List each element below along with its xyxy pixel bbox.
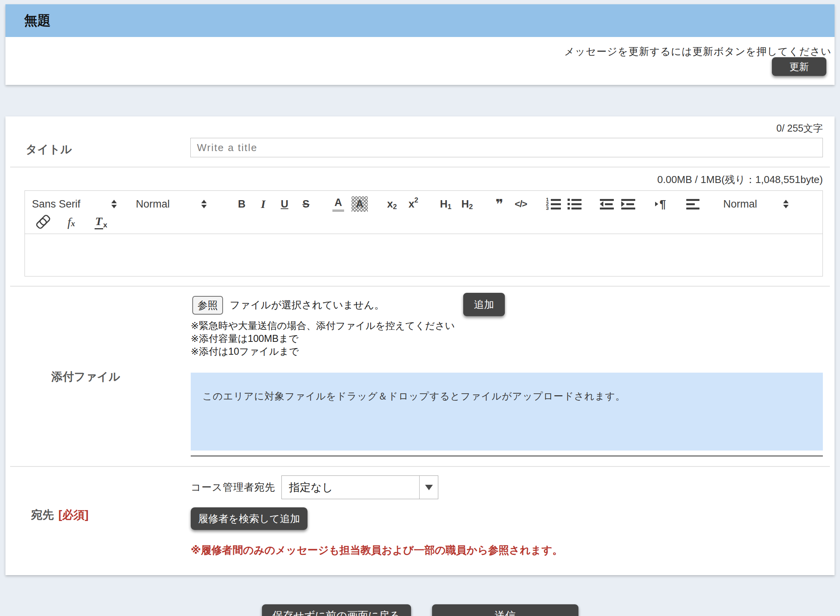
attachments-content: 参照 ファイルが選択されていません。 追加 ※緊急時や大量送信の場合、添付ファイ… — [191, 293, 823, 457]
formula-icon[interactable]: fx — [63, 214, 79, 230]
align-icon[interactable] — [685, 196, 701, 212]
list-bar — [571, 208, 582, 209]
bold-icon[interactable]: B — [234, 196, 250, 212]
updown-arrows-icon — [201, 200, 207, 208]
background-color-icon[interactable]: A — [351, 196, 368, 212]
section-divider — [10, 286, 830, 287]
clean-format-icon[interactable]: Tx — [93, 214, 109, 230]
subscript-digit: 2 — [393, 203, 397, 211]
text-direction-icon[interactable]: ¶ — [652, 196, 669, 212]
editor-toolbar: Sans Serif Normal B I U S A A x2 — [25, 191, 822, 234]
course-admin-select[interactable]: 指定なし — [281, 475, 438, 499]
indent-glyph — [621, 199, 635, 209]
back-without-save-button[interactable]: 保存せずに前の画面に戻る — [262, 604, 411, 616]
bullet-list-icon[interactable] — [566, 196, 583, 212]
course-admin-row: コース管理者宛先 指定なし — [191, 475, 835, 499]
italic-icon[interactable]: I — [255, 196, 271, 212]
superscript-icon[interactable]: x2 — [405, 196, 422, 212]
toolbar-row-1: Sans Serif Normal B I U S A A x2 — [32, 195, 815, 213]
recipients-section: 宛先 [必須] コース管理者宛先 指定なし 履修者を検索して追加 ※履修者間のみ… — [5, 467, 835, 574]
toolbar-row-2: fx Tx — [32, 213, 815, 231]
required-badge: [必須] — [58, 507, 88, 523]
title-label: タイトル — [5, 138, 190, 157]
block-picker-label: Normal — [136, 198, 170, 210]
size-picker[interactable]: Normal — [723, 196, 789, 212]
list-dot — [568, 199, 570, 201]
header-2-icon[interactable]: H2 — [459, 196, 475, 212]
attachment-notes: ※緊急時や大量送信の場合、添付ファイルを控えてください ※添付容量は100MBま… — [191, 319, 823, 358]
text-color-icon[interactable]: A — [330, 196, 346, 212]
block-format-picker[interactable]: Normal — [136, 196, 207, 212]
subscript-icon[interactable]: x2 — [384, 196, 400, 212]
align-bar — [686, 203, 695, 205]
indent-bar — [600, 208, 614, 209]
chevron-down-icon — [425, 485, 433, 490]
superscript-base: x — [408, 198, 414, 210]
dropzone-text: このエリアに対象ファイルをドラッグ＆ドロップするとファイルがアップロードされます… — [202, 391, 626, 401]
align-glyph — [686, 199, 699, 209]
attachment-note: ※緊急時や大量送信の場合、添付ファイルを控えてください — [191, 319, 823, 332]
title-input[interactable] — [190, 138, 823, 157]
search-students-button[interactable]: 履修者を検索して追加 — [191, 507, 308, 530]
align-bar — [686, 199, 699, 201]
course-admin-label: コース管理者宛先 — [191, 480, 275, 494]
list-bar — [551, 199, 561, 201]
bullet-list-glyph — [568, 199, 582, 209]
attachment-note: ※添付容量は100MBまで — [191, 332, 823, 345]
indent-icon[interactable] — [620, 196, 636, 212]
recipients-content: コース管理者宛先 指定なし 履修者を検索して追加 ※履修者間のみのメッセージも担… — [191, 467, 835, 557]
list-bar — [571, 199, 582, 201]
size-picker-label: Normal — [723, 198, 757, 210]
section-divider — [10, 167, 830, 167]
chain-glyph — [32, 213, 51, 231]
list-dot — [568, 203, 570, 205]
attachment-note: ※添付は10ファイルまで — [191, 345, 823, 358]
message-header-bar: 無題 — [5, 4, 835, 37]
list-bar — [551, 208, 561, 209]
strikethrough-icon[interactable]: S — [298, 196, 314, 212]
browse-button[interactable]: 参照 — [192, 296, 223, 315]
pilcrow-glyph: ¶ — [659, 197, 666, 211]
blockquote-icon[interactable]: ❞ — [491, 196, 508, 212]
ol-digit: 3 — [546, 207, 549, 209]
update-button[interactable]: 更新 — [772, 57, 826, 76]
align-bar — [686, 208, 699, 209]
attachments-label: 添付ファイル — [31, 369, 216, 385]
list-bar — [551, 203, 561, 205]
send-button[interactable]: 送信 — [432, 604, 578, 616]
recipients-label-row: 宛先 [必須] — [31, 507, 88, 523]
updown-arrows-icon — [111, 200, 117, 208]
clean-x: x — [103, 221, 107, 229]
update-panel: メッセージを更新するには更新ボタンを押してください 更新 — [5, 37, 835, 85]
outdent-icon[interactable] — [599, 196, 615, 212]
color-bar — [332, 209, 344, 212]
font-picker[interactable]: Sans Serif — [32, 196, 117, 212]
file-dropzone[interactable]: このエリアに対象ファイルをドラッグ＆ドロップするとファイルがアップロードされます… — [191, 373, 823, 451]
list-dot — [568, 207, 570, 209]
ordered-list-icon[interactable]: 1 2 3 — [545, 196, 561, 212]
title-row: タイトル — [5, 138, 835, 157]
link-icon[interactable] — [33, 214, 50, 230]
font-picker-label: Sans Serif — [32, 198, 81, 210]
list-bar — [571, 203, 582, 205]
text-color-letter: A — [334, 197, 342, 209]
indent-bar — [626, 203, 634, 205]
editor-content-area[interactable] — [25, 234, 822, 276]
ordered-list-glyph: 1 2 3 — [546, 199, 561, 209]
message-form-card: 0/ 255文字 タイトル 0.00MB / 1MB(残り：1,048,551b… — [5, 116, 835, 575]
recipients-label: 宛先 — [31, 507, 54, 523]
formula-f: f — [67, 215, 71, 229]
add-attachment-button[interactable]: 追加 — [463, 293, 505, 316]
updown-arrows-icon — [783, 200, 789, 208]
code-block-icon[interactable]: </> — [513, 196, 529, 212]
h2-digit: 2 — [469, 203, 473, 211]
file-select-row: 参照 ファイルが選択されていません。 追加 — [191, 293, 823, 317]
page-title: 無題 — [24, 12, 51, 30]
update-notice: メッセージを更新するには更新ボタンを押してください — [564, 45, 831, 58]
underline-icon[interactable]: U — [276, 196, 293, 212]
h1-base: H — [440, 198, 448, 210]
select-arrow-button[interactable] — [419, 476, 438, 499]
recipients-warning-note: ※履修者間のみのメッセージも担当教員および一部の職員から参照されます。 — [191, 543, 835, 557]
header-1-icon[interactable]: H1 — [438, 196, 454, 212]
indent-bar — [605, 203, 613, 205]
